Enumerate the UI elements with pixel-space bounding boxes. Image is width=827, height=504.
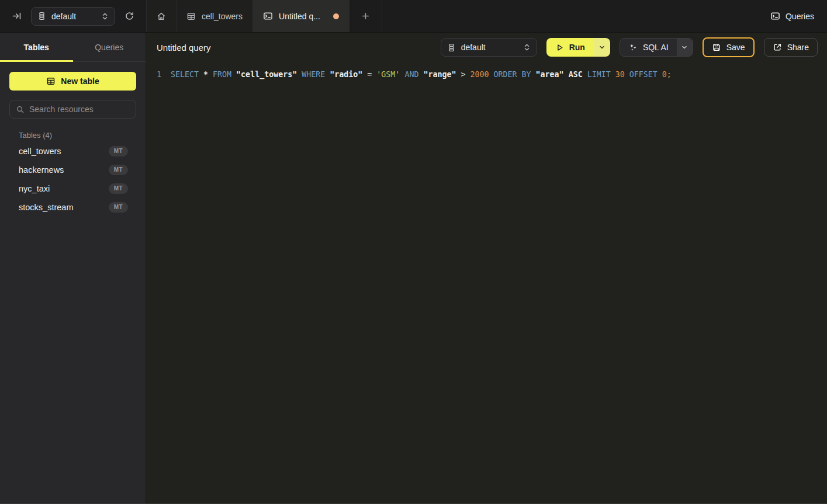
query-title: Untitled query [157, 43, 211, 53]
run-button-label: Run [569, 43, 585, 52]
tab-label: Untitled q... [279, 12, 320, 21]
new-table-button[interactable]: New table [9, 72, 136, 91]
tab-untitled-query[interactable]: Untitled q... [253, 0, 350, 32]
table-list-item[interactable]: hackernews MT [9, 161, 136, 179]
table-list-item[interactable]: nyc_taxi MT [9, 179, 136, 198]
share-button[interactable]: Share [764, 38, 818, 57]
table-list-item[interactable]: cell_towers MT [9, 142, 136, 161]
sql-code-line: SELECT * FROM "cell_towers" WHERE "radio… [171, 68, 672, 81]
new-tab-button[interactable] [350, 0, 382, 32]
database-selector[interactable]: default [31, 7, 115, 26]
tab-home[interactable] [147, 0, 177, 32]
top-bar-left: default [0, 0, 146, 32]
run-button[interactable]: Run [546, 38, 594, 57]
arrow-to-bar-icon [12, 11, 22, 21]
play-icon [555, 43, 564, 52]
table-name: stocks_stream [19, 203, 73, 212]
chevron-updown-icon [523, 43, 531, 51]
chevron-down-icon [598, 44, 605, 51]
app-window: default cell [0, 0, 827, 504]
sparkles-icon [628, 43, 638, 52]
table-name: cell_towers [19, 147, 61, 156]
tables-section-title: Tables (4) [9, 131, 136, 140]
sql-ai-button[interactable]: SQL AI [620, 39, 677, 56]
home-icon [157, 12, 166, 21]
query-toolbar: Untitled query default [146, 33, 827, 62]
run-split-button: Run [546, 38, 610, 57]
table-name: hackernews [19, 165, 64, 175]
search-input[interactable] [29, 105, 130, 114]
sidebar-tab-label: Queries [95, 43, 123, 52]
toolbar-controls: default Run [441, 37, 818, 57]
table-engine-badge: MT [109, 202, 128, 213]
collapse-sidebar-button[interactable] [9, 9, 24, 23]
table-icon [46, 77, 56, 86]
sidebar: Tables Queries New table Tables (4) [0, 33, 146, 503]
database-selector-value: default [51, 12, 96, 21]
line-number: 1 [152, 68, 161, 81]
toolbar-database-value: default [461, 43, 518, 52]
run-options-button[interactable] [594, 38, 610, 57]
save-icon [712, 43, 721, 52]
main-panel: Untitled query default [146, 33, 827, 503]
table-name: nyc_taxi [19, 184, 50, 193]
sidebar-tab-tables[interactable]: Tables [0, 33, 73, 61]
table-icon [186, 12, 196, 21]
database-icon [447, 43, 456, 52]
table-list-item[interactable]: stocks_stream MT [9, 198, 136, 217]
new-table-button-label: New table [61, 77, 99, 86]
tab-strip: cell_towers Untitled q... [146, 0, 382, 32]
chevron-down-icon [681, 44, 688, 51]
sidebar-body: New table Tables (4) cell_towers MT hack… [0, 62, 146, 227]
share-icon [773, 43, 782, 52]
sql-ai-split-button: SQL AI [620, 38, 693, 57]
sidebar-tab-queries[interactable]: Queries [73, 33, 146, 61]
table-list: cell_towers MT hackernews MT nyc_taxi MT… [9, 142, 136, 217]
sql-ai-button-label: SQL AI [643, 43, 669, 52]
save-button[interactable]: Save [703, 37, 755, 57]
top-bar: default cell [0, 0, 827, 33]
query-icon [770, 11, 780, 21]
toolbar-database-selector[interactable]: default [441, 38, 537, 57]
save-button-label: Save [726, 43, 745, 52]
top-bar-right: Queries [770, 0, 827, 32]
sql-editor[interactable]: 1 SELECT * FROM "cell_towers" WHERE "rad… [146, 62, 827, 503]
refresh-button[interactable] [122, 9, 137, 23]
share-button-label: Share [787, 43, 809, 52]
queries-button-label: Queries [786, 12, 814, 21]
sidebar-tab-label: Tables [24, 43, 49, 52]
queries-button[interactable]: Queries [770, 11, 814, 21]
query-icon [263, 11, 273, 21]
database-icon [37, 12, 46, 20]
table-engine-badge: MT [109, 183, 128, 194]
refresh-icon [124, 11, 134, 21]
search-box [9, 100, 136, 119]
tab-cell-towers[interactable]: cell_towers [177, 0, 253, 32]
table-engine-badge: MT [109, 146, 128, 157]
chevron-updown-icon [101, 12, 109, 20]
unsaved-changes-dot [333, 13, 339, 19]
search-icon [16, 105, 25, 114]
sidebar-tabs: Tables Queries [0, 33, 146, 62]
sql-ai-options-button[interactable] [677, 39, 693, 56]
tab-label: cell_towers [202, 12, 243, 21]
table-engine-badge: MT [109, 165, 128, 175]
plus-icon [361, 12, 370, 20]
sql-editor-line: 1 SELECT * FROM "cell_towers" WHERE "rad… [146, 68, 827, 81]
